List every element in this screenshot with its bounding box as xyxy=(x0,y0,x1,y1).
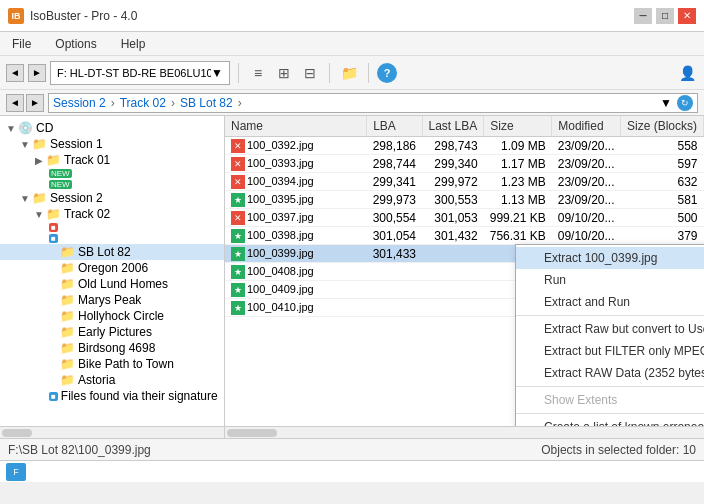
ctx-extract[interactable]: Extract 100_0399.jpg Shift+Ctrl+E xyxy=(516,247,704,269)
file-lastlba: 298,743 xyxy=(422,137,484,155)
extract-icon[interactable]: 📁 xyxy=(338,62,360,84)
tree-item-badge-blue[interactable]: ■ xyxy=(0,233,224,244)
tree-item-signature-files[interactable]: ■ Files found via their signature xyxy=(0,388,224,404)
status-bar: F:\SB Lot 82\100_0399.jpg Objects in sel… xyxy=(0,438,704,460)
file-blocks: 597 xyxy=(620,155,703,173)
tree-item-new1[interactable]: NEW xyxy=(0,168,224,179)
col-header-lastlba[interactable]: Last LBA xyxy=(422,116,484,137)
tree-item-track02[interactable]: ▼ 📁 Track 02 xyxy=(0,206,224,222)
menu-help[interactable]: Help xyxy=(115,35,152,53)
view-large-icon[interactable]: ⊟ xyxy=(299,62,321,84)
ctx-run[interactable]: Run Shift+Ctrl+R xyxy=(516,269,704,291)
file-name: ✕100_0392.jpg xyxy=(225,137,367,155)
breadcrumb-go-button[interactable]: ↻ xyxy=(677,95,693,111)
breadcrumb-dropdown[interactable]: ▼ xyxy=(658,95,674,111)
ctx-extract-and-run[interactable]: Extract and Run xyxy=(516,291,704,313)
tree-item-oregon2006[interactable]: 📁 Oregon 2006 xyxy=(0,260,224,276)
tree-label-maryspeak: Marys Peak xyxy=(78,293,141,307)
tree-label-oldlund: Old Lund Homes xyxy=(78,277,168,291)
close-button[interactable]: ✕ xyxy=(678,8,696,24)
file-lba: 299,973 xyxy=(367,191,422,209)
file-lastlba xyxy=(422,263,484,281)
ok-badge: ★ xyxy=(231,265,245,279)
tree-item-session2[interactable]: ▼ 📁 Session 2 xyxy=(0,190,224,206)
file-modified: 09/10/20... xyxy=(552,227,621,245)
breadcrumb-track02[interactable]: Track 02 xyxy=(120,96,166,110)
breadcrumb-back-button[interactable]: ◄ xyxy=(6,94,24,112)
file-name: ★100_0398.jpg xyxy=(225,227,367,245)
ctx-extract-mpeg[interactable]: Extract but FILTER only MPEG frames xyxy=(516,340,704,362)
table-row[interactable]: ✕100_0394.jpg 299,341 299,972 1.23 MB 23… xyxy=(225,173,704,191)
app-title: IsoBuster - Pro - 4.0 xyxy=(30,9,137,23)
table-row[interactable]: ✕100_0393.jpg 298,744 299,340 1.17 MB 23… xyxy=(225,155,704,173)
tree-item-sblot82[interactable]: 📁 SB Lot 82 xyxy=(0,244,224,260)
file-size: 756.31 KB xyxy=(484,227,552,245)
menu-file[interactable]: File xyxy=(6,35,37,53)
file-modified: 23/09/20... xyxy=(552,155,621,173)
ctx-extract-raw[interactable]: Extract Raw but convert to User Data xyxy=(516,318,704,340)
back-button[interactable]: ◄ xyxy=(6,64,24,82)
table-row[interactable]: ★100_0398.jpg 301,054 301,432 756.31 KB … xyxy=(225,227,704,245)
col-header-lba[interactable]: LBA xyxy=(367,116,422,137)
file-name: ★100_0410.jpg xyxy=(225,299,367,317)
tree-item-badge-red[interactable]: ■ xyxy=(0,222,224,233)
tree-label-earlypic: Early Pictures xyxy=(78,325,152,339)
file-name: ★100_0395.jpg xyxy=(225,191,367,209)
tree-label-session1: Session 1 xyxy=(50,137,103,151)
minimize-button[interactable]: ─ xyxy=(634,8,652,24)
tree-item-new2[interactable]: NEW xyxy=(0,179,224,190)
file-size: 1.17 MB xyxy=(484,155,552,173)
tree-item-track01[interactable]: ▶ 📁 Track 01 xyxy=(0,152,224,168)
help-button[interactable]: ? xyxy=(377,63,397,83)
toolbar-separator-3 xyxy=(368,63,369,83)
col-header-name[interactable]: Name xyxy=(225,116,367,137)
folder-icon-oldlund: 📁 xyxy=(60,277,75,291)
tree-item-birdsong[interactable]: 📁 Birdsong 4698 xyxy=(0,340,224,356)
view-details-icon[interactable]: ⊞ xyxy=(273,62,295,84)
tree-item-astoria[interactable]: 📁 Astoria xyxy=(0,372,224,388)
table-row[interactable]: ✕100_0397.jpg 300,554 301,053 999.21 KB … xyxy=(225,209,704,227)
right-scrollbar[interactable] xyxy=(227,429,277,437)
drive-icon-f[interactable]: F xyxy=(6,463,26,481)
ctx-create-list[interactable]: Create a list of known erroneous sector … xyxy=(516,416,704,426)
table-row[interactable]: ✕100_0392.jpg 298,186 298,743 1.09 MB 23… xyxy=(225,137,704,155)
col-header-size[interactable]: Size xyxy=(484,116,552,137)
error-badge: ✕ xyxy=(231,175,245,189)
file-modified: 23/09/20... xyxy=(552,137,621,155)
folder-icon-session2: 📁 xyxy=(32,191,47,205)
toolbar: ◄ ► F: HL-DT-ST BD-RE BE06LU10 ▼ ≡ ⊞ ⊟ 📁… xyxy=(0,56,704,90)
breadcrumb-forward-button[interactable]: ► xyxy=(26,94,44,112)
maximize-button[interactable]: □ xyxy=(656,8,674,24)
profile-icon[interactable]: 👤 xyxy=(676,62,698,84)
ctx-extract-rawdata[interactable]: Extract RAW Data (2352 bytes/block) xyxy=(516,362,704,384)
folder-icon-session1: 📁 xyxy=(32,137,47,151)
context-menu: Extract 100_0399.jpg Shift+Ctrl+E Run Sh… xyxy=(515,244,704,426)
file-lba: 299,341 xyxy=(367,173,422,191)
menu-options[interactable]: Options xyxy=(49,35,102,53)
file-name: ★100_0399.jpg xyxy=(225,245,367,263)
file-size: 999.21 KB xyxy=(484,209,552,227)
col-header-blocks[interactable]: Size (Blocks) xyxy=(620,116,703,137)
view-list-icon[interactable]: ≡ xyxy=(247,62,269,84)
breadcrumb-sblot82[interactable]: SB Lot 82 xyxy=(180,96,233,110)
tree-item-oldlund[interactable]: 📁 Old Lund Homes xyxy=(0,276,224,292)
col-header-modified[interactable]: Modified xyxy=(552,116,621,137)
ok-badge: ★ xyxy=(231,193,245,207)
tree-label-bikepath: Bike Path to Town xyxy=(78,357,174,371)
file-blocks: 379 xyxy=(620,227,703,245)
forward-button[interactable]: ► xyxy=(28,64,46,82)
tree-item-hollyhock[interactable]: 📁 Hollyhock Circle xyxy=(0,308,224,324)
file-name: ✕100_0397.jpg xyxy=(225,209,367,227)
app-icon: IB xyxy=(8,8,24,24)
drive-selector[interactable]: F: HL-DT-ST BD-RE BE06LU10 ▼ xyxy=(50,61,230,85)
breadcrumb-session2[interactable]: Session 2 xyxy=(53,96,106,110)
tree-item-session1[interactable]: ▼ 📁 Session 1 xyxy=(0,136,224,152)
tree-item-bikepath[interactable]: 📁 Bike Path to Town xyxy=(0,356,224,372)
tree-item-earlypic[interactable]: 📁 Early Pictures xyxy=(0,324,224,340)
tree-item-cd[interactable]: ▼ 💿 CD xyxy=(0,120,224,136)
tree-item-maryspeak[interactable]: 📁 Marys Peak xyxy=(0,292,224,308)
left-scrollbar[interactable] xyxy=(2,429,32,437)
status-objects: Objects in selected folder: 10 xyxy=(541,443,696,457)
drive-bar: F xyxy=(0,460,704,482)
table-row[interactable]: ★100_0395.jpg 299,973 300,553 1.13 MB 23… xyxy=(225,191,704,209)
